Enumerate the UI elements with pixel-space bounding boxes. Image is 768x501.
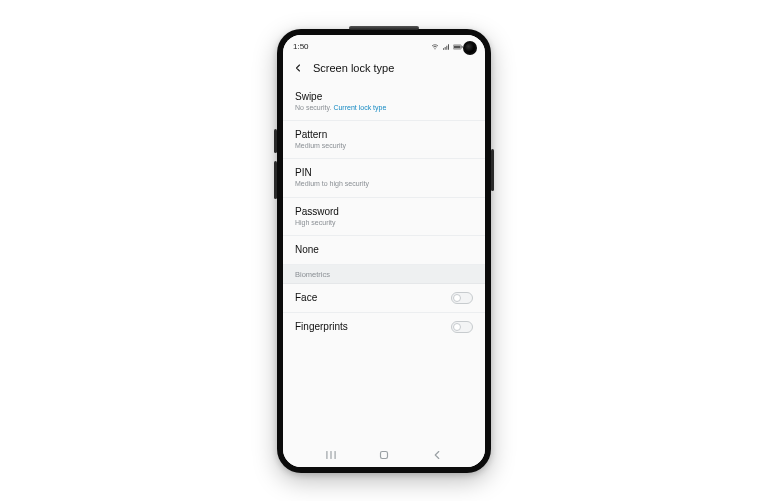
- battery-icon: [453, 43, 463, 51]
- fingerprints-toggle[interactable]: [451, 321, 473, 333]
- home-button[interactable]: [376, 447, 392, 463]
- row-title: Password: [295, 206, 339, 218]
- row-subtitle: High security: [295, 219, 339, 227]
- section-header-biometrics: Biometrics: [283, 265, 485, 284]
- status-time: 1:50: [293, 42, 309, 51]
- recents-icon: [324, 448, 338, 462]
- screen: 1:50 Screen lock type Swipe: [283, 35, 485, 467]
- row-title: Fingerprints: [295, 321, 348, 333]
- row-title: Face: [295, 292, 317, 304]
- volume-down-button: [274, 161, 277, 199]
- lock-type-none[interactable]: None: [283, 236, 485, 265]
- home-icon: [377, 448, 391, 462]
- navigation-bar: [283, 443, 485, 467]
- nav-back-button[interactable]: [429, 447, 445, 463]
- row-title: PIN: [295, 167, 369, 179]
- power-button: [491, 149, 494, 191]
- row-subtitle: Medium to high security: [295, 180, 369, 188]
- row-subtitle: No security. Current lock type: [295, 104, 386, 112]
- svg-point-0: [435, 49, 436, 50]
- back-button[interactable]: [291, 61, 305, 75]
- stage: 1:50 Screen lock type Swipe: [0, 0, 768, 501]
- volume-up-button: [274, 129, 277, 153]
- row-subtitle: Medium security: [295, 142, 346, 150]
- biometric-face[interactable]: Face: [283, 284, 485, 313]
- lock-type-password[interactable]: Password High security: [283, 198, 485, 236]
- lock-type-swipe[interactable]: Swipe No security. Current lock type: [283, 83, 485, 121]
- lock-type-pin[interactable]: PIN Medium to high security: [283, 159, 485, 197]
- page-title: Screen lock type: [313, 62, 394, 74]
- row-title: Pattern: [295, 129, 346, 141]
- row-title: Swipe: [295, 91, 386, 103]
- punch-hole-camera: [463, 41, 477, 55]
- recents-button[interactable]: [323, 447, 339, 463]
- row-title: None: [295, 244, 319, 256]
- face-toggle[interactable]: [451, 292, 473, 304]
- status-bar: 1:50: [283, 35, 485, 57]
- signal-icon: [442, 43, 450, 51]
- chevron-left-icon: [430, 448, 444, 462]
- phone-frame: 1:50 Screen lock type Swipe: [277, 29, 491, 473]
- settings-list: Swipe No security. Current lock type Pat…: [283, 83, 485, 443]
- biometric-fingerprints[interactable]: Fingerprints: [283, 313, 485, 341]
- lock-type-pattern[interactable]: Pattern Medium security: [283, 121, 485, 159]
- svg-rect-3: [454, 45, 461, 48]
- chevron-left-icon: [292, 62, 304, 74]
- page-header: Screen lock type: [283, 57, 485, 83]
- wifi-icon: [431, 43, 439, 51]
- status-icons: [431, 43, 463, 51]
- svg-rect-7: [380, 451, 387, 458]
